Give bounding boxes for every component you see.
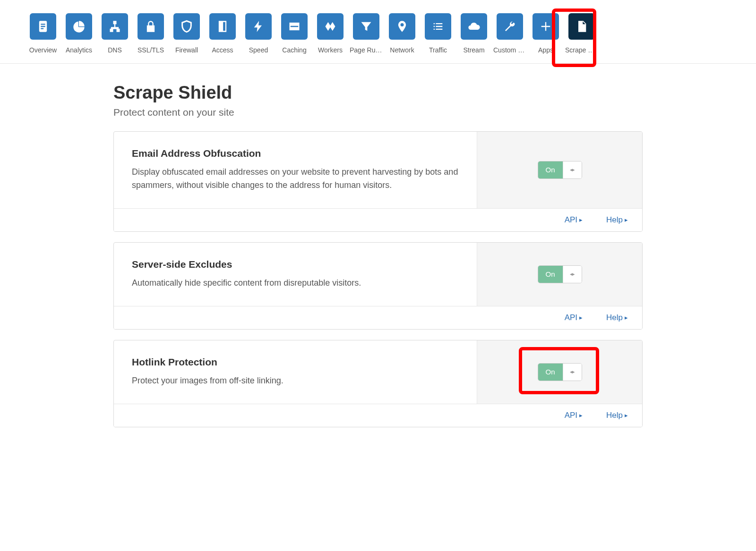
- nav-label: Apps: [538, 46, 553, 54]
- nav-label: Access: [212, 46, 233, 54]
- toggle-email-obfuscation[interactable]: On ◂▸: [538, 161, 582, 179]
- shield-icon: [173, 13, 200, 40]
- toggle-hotlink-protection[interactable]: On ◂▸: [538, 363, 582, 381]
- nav-speed[interactable]: Speed: [244, 13, 273, 54]
- nav-label: Page Rules: [350, 46, 383, 54]
- help-link[interactable]: Help: [606, 313, 628, 322]
- card-desc: Protect your images from off-site linkin…: [132, 374, 459, 388]
- nav-traffic[interactable]: Traffic: [423, 13, 453, 54]
- nav-label: DNS: [108, 46, 122, 54]
- bolt-icon: [245, 13, 272, 40]
- nav-label: Overview: [29, 46, 57, 54]
- nav-label: Caching: [282, 46, 306, 54]
- nav-label: Analytics: [66, 46, 92, 54]
- card-title: Hotlink Protection: [132, 356, 459, 368]
- nav-label: Firewall: [175, 46, 198, 54]
- nav-label: Custom Pa...: [493, 46, 526, 54]
- page-title: Scrape Shield: [113, 83, 643, 103]
- nav-workers[interactable]: Workers: [316, 13, 345, 54]
- card-desc: Display obfuscated email addresses on yo…: [132, 166, 459, 192]
- nav-apps[interactable]: Apps: [531, 13, 560, 54]
- nav-row: Overview Analytics DNS SSL/TLS Firewall: [28, 13, 728, 54]
- help-link[interactable]: Help: [606, 411, 628, 420]
- toggle-on-label: On: [538, 266, 563, 283]
- workers-icon: [317, 13, 344, 40]
- nav-label: Workers: [318, 46, 343, 54]
- nav-firewall[interactable]: Firewall: [172, 13, 201, 54]
- card-hotlink-protection: Hotlink Protection Protect your images f…: [113, 340, 643, 427]
- clipboard-icon: [30, 13, 56, 40]
- content-area: Scrape Shield Protect content on your si…: [80, 64, 676, 466]
- card-title: Server-side Excludes: [132, 259, 459, 270]
- door-icon: [209, 13, 236, 40]
- card-desc: Automatically hide specific content from…: [132, 277, 459, 290]
- card-side: On ◂▸: [477, 132, 642, 208]
- nav-analytics[interactable]: Analytics: [64, 13, 94, 54]
- lock-icon: [137, 13, 164, 40]
- page-subtitle: Protect content on your site: [113, 107, 643, 118]
- nav-label: Speed: [249, 46, 268, 54]
- nav-caching[interactable]: Caching: [280, 13, 309, 54]
- toggle-handle-icon: ◂▸: [563, 161, 582, 178]
- plus-icon: [533, 13, 559, 40]
- card-title: Email Address Obfuscation: [132, 148, 459, 159]
- toggle-server-side-excludes[interactable]: On ◂▸: [538, 265, 582, 283]
- nav-label: Scrape Shi...: [565, 46, 598, 54]
- card-email-obfuscation: Email Address Obfuscation Display obfusc…: [113, 131, 643, 232]
- help-link[interactable]: Help: [606, 215, 628, 225]
- pin-icon: [389, 13, 415, 40]
- toggle-on-label: On: [538, 364, 563, 381]
- list-icon: [425, 13, 451, 40]
- nav-ssl[interactable]: SSL/TLS: [136, 13, 165, 54]
- card-side: On ◂▸: [477, 243, 642, 306]
- nav-page-rules[interactable]: Page Rules: [352, 13, 381, 54]
- nav-network[interactable]: Network: [387, 13, 417, 54]
- doc-icon: [568, 13, 595, 40]
- nav-overview[interactable]: Overview: [28, 13, 58, 54]
- drive-icon: [281, 13, 308, 40]
- api-link[interactable]: API: [565, 313, 583, 322]
- api-link[interactable]: API: [565, 411, 583, 420]
- api-link[interactable]: API: [565, 215, 583, 225]
- nav-label: SSL/TLS: [137, 46, 164, 54]
- nav-dns[interactable]: DNS: [100, 13, 129, 54]
- nav-scrape-shield[interactable]: Scrape Shi...: [567, 13, 596, 54]
- funnel-icon: [353, 13, 379, 40]
- cloud-icon: [461, 13, 487, 40]
- nav-label: Traffic: [429, 46, 447, 54]
- card-side: On ◂▸: [477, 340, 642, 404]
- card-server-side-excludes: Server-side Excludes Automatically hide …: [113, 242, 643, 330]
- nav-custom-pages[interactable]: Custom Pa...: [495, 13, 524, 54]
- wrench-icon: [497, 13, 523, 40]
- toggle-handle-icon: ◂▸: [563, 266, 582, 283]
- top-nav: Overview Analytics DNS SSL/TLS Firewall: [0, 0, 756, 64]
- pie-icon: [66, 13, 92, 40]
- sitemap-icon: [102, 13, 128, 40]
- nav-access[interactable]: Access: [208, 13, 237, 54]
- nav-stream[interactable]: Stream: [459, 13, 489, 54]
- toggle-handle-icon: ◂▸: [563, 364, 582, 381]
- toggle-on-label: On: [538, 161, 563, 178]
- nav-label: Stream: [463, 46, 484, 54]
- nav-label: Network: [390, 46, 414, 54]
